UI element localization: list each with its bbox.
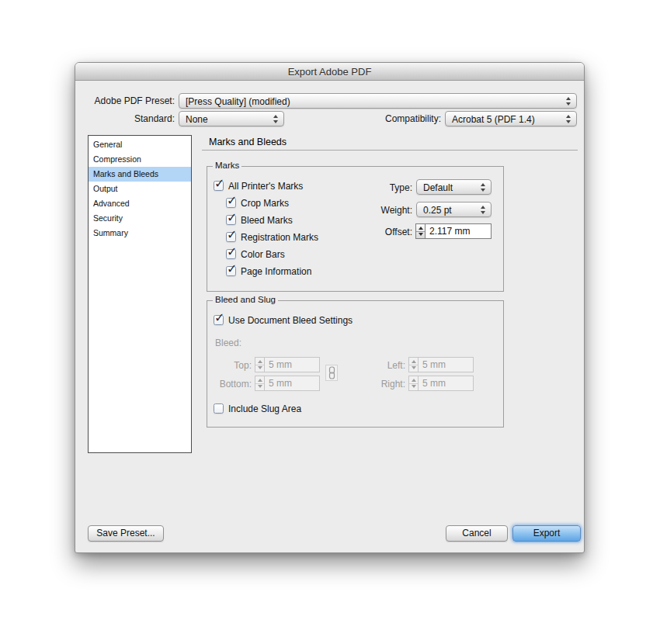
checkbox-box[interactable]	[226, 232, 236, 242]
preset-select[interactable]: [Press Quality] (modified)	[179, 93, 577, 109]
bleed-right-field-group	[408, 376, 474, 391]
dialog-title: Export Adobe PDF	[288, 66, 372, 78]
sidebar-item-output[interactable]: Output	[89, 182, 191, 196]
bleed-left-stepper	[408, 357, 419, 372]
offset-stepper[interactable]	[415, 223, 426, 239]
compatibility-selected-value: Acrobat 5 (PDF 1.4)	[452, 114, 535, 125]
checkbox-label: Page Information	[241, 266, 311, 277]
bleed-section-label: Bleed:	[215, 338, 241, 349]
sidebar-item-marks-and-bleeds[interactable]: Marks and Bleeds	[89, 167, 191, 182]
weight-label: Weight:	[350, 205, 412, 216]
up-down-arrows-icon	[273, 114, 279, 124]
standard-selected-value: None	[186, 114, 208, 125]
checkbox-crop-marks[interactable]: Crop Marks	[226, 197, 289, 209]
type-selected-value: Default	[423, 182, 453, 193]
export-adobe-pdf-dialog: Export Adobe PDF Adobe PDF Preset: [Pres…	[75, 62, 585, 553]
link-bleed-values-icon	[325, 365, 338, 381]
checkbox-label: All Printer's Marks	[228, 181, 303, 192]
offset-field-group	[415, 223, 492, 239]
bleed-right-stepper	[408, 376, 419, 391]
checkbox-label: Bleed Marks	[241, 215, 293, 226]
offset-input[interactable]	[426, 223, 492, 239]
cancel-button[interactable]: Cancel	[446, 525, 508, 542]
bleed-slug-group-legend: Bleed and Slug	[213, 295, 278, 304]
checkbox-label: Color Bars	[241, 249, 285, 260]
save-preset-button[interactable]: Save Preset...	[88, 525, 164, 542]
up-down-arrows-icon	[566, 96, 571, 106]
sidebar-item-summary[interactable]: Summary	[89, 226, 191, 241]
preset-selected-value: [Press Quality] (modified)	[186, 96, 290, 107]
marks-group-legend: Marks	[213, 161, 241, 170]
checkbox-label: Include Slug Area	[228, 403, 301, 414]
marks-group: Marks All Printer's Marks Crop Marks Ble…	[207, 166, 504, 292]
panel-title: Marks and Bleeds	[209, 137, 287, 147]
settings-category-list: General Compression Marks and Bleeds Out…	[88, 135, 192, 453]
type-select[interactable]: Default	[416, 179, 492, 195]
bleed-bottom-field-group	[255, 376, 320, 391]
checkbox-box[interactable]	[226, 198, 236, 208]
dialog-titlebar[interactable]: Export Adobe PDF	[75, 63, 584, 81]
checkbox-box[interactable]	[226, 249, 236, 259]
checkbox-box[interactable]	[214, 315, 224, 325]
checkbox-all-printers-marks[interactable]: All Printer's Marks	[214, 180, 303, 192]
bleed-bottom-input	[265, 376, 320, 391]
checkbox-box[interactable]	[214, 181, 224, 191]
bleed-bottom-label: Bottom:	[207, 379, 252, 390]
weight-select[interactable]: 0.25 pt	[416, 202, 492, 217]
type-label: Type:	[350, 182, 412, 194]
standard-select[interactable]: None	[179, 111, 284, 126]
checkbox-bleed-marks[interactable]: Bleed Marks	[226, 214, 293, 226]
checkbox-page-information[interactable]: Page Information	[226, 265, 311, 277]
bleed-bottom-stepper	[255, 376, 265, 391]
checkbox-label: Registration Marks	[241, 232, 318, 243]
compatibility-label: Compatibility:	[332, 113, 441, 125]
up-down-arrows-icon	[481, 182, 486, 192]
checkbox-box[interactable]	[226, 215, 236, 225]
offset-label: Offset:	[350, 227, 412, 238]
bleed-right-input	[419, 376, 474, 391]
preset-label: Adobe PDF Preset:	[75, 95, 175, 107]
bleed-top-input	[265, 357, 320, 372]
sidebar-item-compression[interactable]: Compression	[89, 152, 191, 167]
compatibility-select[interactable]: Acrobat 5 (PDF 1.4)	[445, 111, 577, 126]
bleed-left-label: Left:	[359, 360, 405, 372]
sidebar-item-general[interactable]: General	[89, 137, 191, 152]
bleed-and-slug-group: Bleed and Slug Use Document Bleed Settin…	[207, 300, 504, 428]
bleed-top-label: Top:	[207, 360, 252, 372]
export-button[interactable]: Export	[512, 525, 581, 542]
checkbox-label: Use Document Bleed Settings	[228, 315, 353, 326]
weight-selected-value: 0.25 pt	[423, 205, 452, 216]
bleed-top-stepper	[255, 357, 265, 372]
bleed-right-label: Right:	[359, 379, 405, 390]
bleed-left-input	[419, 357, 474, 372]
up-down-arrows-icon	[481, 205, 486, 215]
bleed-top-field-group	[255, 357, 320, 372]
checkbox-registration-marks[interactable]: Registration Marks	[226, 231, 318, 243]
checkbox-label: Crop Marks	[241, 198, 289, 209]
up-down-arrows-icon	[566, 114, 571, 124]
heading-divider	[202, 150, 578, 151]
checkbox-box[interactable]	[226, 266, 236, 276]
sidebar-item-security[interactable]: Security	[89, 211, 191, 226]
checkbox-box[interactable]	[214, 403, 224, 414]
bleed-left-field-group	[408, 357, 474, 372]
checkbox-color-bars[interactable]: Color Bars	[226, 248, 285, 260]
checkbox-use-document-bleed-settings[interactable]: Use Document Bleed Settings	[214, 314, 353, 326]
checkbox-include-slug-area[interactable]: Include Slug Area	[214, 403, 301, 414]
sidebar-item-advanced[interactable]: Advanced	[89, 196, 191, 211]
standard-label: Standard:	[75, 113, 175, 125]
